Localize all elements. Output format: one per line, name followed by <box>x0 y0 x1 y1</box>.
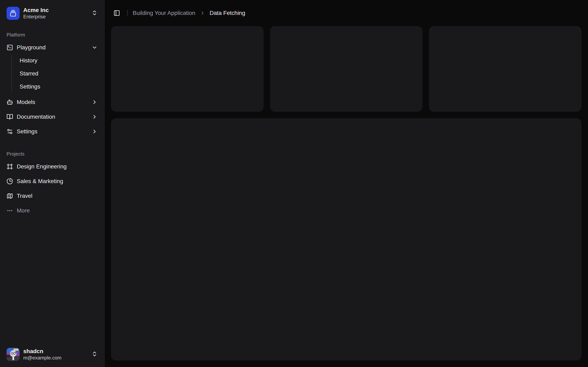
breadcrumb: Building Your Application Data Fetching <box>133 10 245 16</box>
frame-icon <box>7 163 13 170</box>
placeholder-card-3 <box>429 26 581 112</box>
menu-item-more: More <box>3 204 101 217</box>
platform-menu: Playground History Starred Settings Mod <box>3 41 101 138</box>
breadcrumb-current-page: Data Fetching <box>210 10 245 16</box>
menu-item-models: Models <box>3 96 101 109</box>
avatar <box>7 348 20 361</box>
playground-submenu: History Starred Settings <box>11 55 101 92</box>
sidebar-subitem-settings[interactable]: Settings <box>16 81 101 92</box>
team-switcher-button[interactable]: Acme Inc Enterprise <box>3 3 101 23</box>
sidebar-toggle-button[interactable] <box>111 7 122 19</box>
placeholder-card-2 <box>270 26 423 112</box>
user-name: shadcn <box>23 348 88 355</box>
chevron-down-icon <box>91 44 98 50</box>
sidebar-item-documentation[interactable]: Documentation <box>3 110 101 123</box>
user-email: m@example.com <box>23 355 88 361</box>
team-meta: Acme Inc Enterprise <box>23 7 88 20</box>
square-terminal-icon <box>7 44 13 51</box>
sidebar-group-projects: Projects Design Engineering Sales & Mark… <box>3 148 101 217</box>
pie-chart-icon <box>7 178 13 184</box>
chevron-right-icon <box>91 128 98 134</box>
sidebar-item-travel[interactable]: Travel <box>3 189 101 202</box>
sidebar-item-label: More <box>17 207 98 214</box>
gallery-vertical-end-icon <box>7 7 20 20</box>
placeholder-card-grid <box>111 26 581 112</box>
chevron-right-icon <box>91 114 98 120</box>
header-separator <box>127 10 128 16</box>
team-plan: Enterprise <box>23 14 88 20</box>
sidebar-item-label: Travel <box>17 193 98 199</box>
sidebar-item-label: Sales & Marketing <box>17 178 98 184</box>
chevron-right-icon <box>200 10 205 16</box>
sidebar: Acme Inc Enterprise Platform Playground <box>0 0 104 367</box>
sidebar-item-label: Settings <box>17 128 88 135</box>
sidebar-item-more[interactable]: More <box>3 204 101 217</box>
sidebar-item-sales-marketing[interactable]: Sales & Marketing <box>3 175 101 188</box>
sidebar-subitem-history[interactable]: History <box>16 55 101 66</box>
sidebar-item-settings[interactable]: Settings <box>3 125 101 138</box>
sidebar-item-label: Documentation <box>17 114 88 120</box>
map-icon <box>7 193 13 199</box>
main-area: Building Your Application Data Fetching <box>104 0 588 367</box>
sidebar-group-platform: Platform Playground History Starred Sett… <box>3 29 101 138</box>
menu-item-travel: Travel <box>3 189 101 202</box>
projects-menu: Design Engineering Sales & Marketing Tra… <box>3 160 101 217</box>
sidebar-spacer <box>3 217 101 345</box>
sidebar-item-playground[interactable]: Playground <box>3 41 101 54</box>
menu-item-design-engineering: Design Engineering <box>3 160 101 173</box>
page-content <box>104 26 588 367</box>
placeholder-content-panel <box>111 118 581 360</box>
sidebar-item-label: Models <box>17 99 88 105</box>
book-open-icon <box>7 114 13 120</box>
ellipsis-icon <box>7 207 13 214</box>
user-meta: shadcn m@example.com <box>23 348 88 361</box>
team-name: Acme Inc <box>23 7 88 14</box>
sidebar-item-design-engineering[interactable]: Design Engineering <box>3 160 101 173</box>
group-label-platform: Platform <box>3 29 101 41</box>
user-menu-button[interactable]: shadcn m@example.com <box>3 345 101 364</box>
menu-item-sales-marketing: Sales & Marketing <box>3 175 101 188</box>
panel-left-icon <box>113 10 120 16</box>
placeholder-card-1 <box>111 26 264 112</box>
sidebar-item-label: Playground <box>17 44 88 51</box>
main-header: Building Your Application Data Fetching <box>104 0 588 26</box>
chevrons-up-down-icon <box>91 10 98 17</box>
sidebar-item-label: Design Engineering <box>17 163 98 170</box>
menu-item-documentation: Documentation <box>3 110 101 123</box>
menu-item-playground: Playground History Starred Settings <box>3 41 101 94</box>
sidebar-subitem-starred[interactable]: Starred <box>16 68 101 79</box>
chevrons-up-down-icon <box>91 351 98 358</box>
breadcrumb-parent-link[interactable]: Building Your Application <box>133 10 195 16</box>
group-label-projects: Projects <box>3 148 101 160</box>
bot-icon <box>7 99 13 105</box>
sidebar-item-models[interactable]: Models <box>3 96 101 109</box>
menu-item-settings: Settings <box>3 125 101 138</box>
chevron-right-icon <box>91 99 98 105</box>
sliders-icon <box>7 128 13 135</box>
